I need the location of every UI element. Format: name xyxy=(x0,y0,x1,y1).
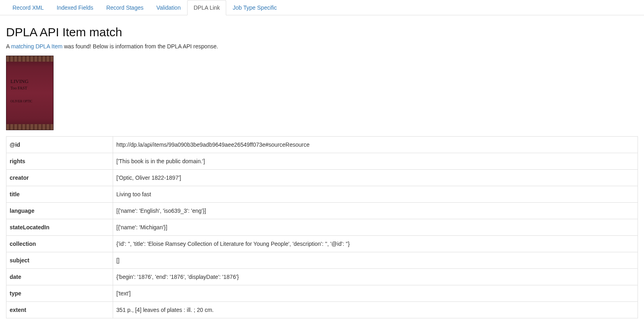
table-row: type['text'] xyxy=(6,285,638,302)
table-row: collection{'id': '', 'title': 'Eloise Ra… xyxy=(6,236,638,252)
record-key: rights xyxy=(6,153,113,170)
tab-content: DPLA API Item match A matching DPLA Item… xyxy=(0,15,644,322)
tab-indexed-fields[interactable]: Indexed Fields xyxy=(50,0,100,15)
record-key: extent xyxy=(6,302,113,318)
record-key: language xyxy=(6,203,113,219)
record-key: collection xyxy=(6,236,113,252)
tab-dpla-link[interactable]: DPLA Link xyxy=(187,0,226,15)
table-row: titleLiving too fast xyxy=(6,186,638,203)
record-value: {'begin': '1876', 'end': '1876', 'displa… xyxy=(113,269,638,285)
record-value: ['This book is in the public domain.'] xyxy=(113,153,638,170)
cover-bottom-border xyxy=(6,124,53,130)
record-key: creator xyxy=(6,170,113,186)
record-key: subject xyxy=(6,252,113,269)
record-value: Living too fast xyxy=(113,186,638,203)
record-value: ['text'] xyxy=(113,285,638,302)
record-value: http://dp.la/api/items/99a090b3be9adb964… xyxy=(113,137,638,153)
page-title: DPLA API Item match xyxy=(6,25,638,39)
matching-item-link[interactable]: matching DPLA Item xyxy=(11,43,62,50)
table-row: subject[] xyxy=(6,252,638,269)
tab-record-xml[interactable]: Record XML xyxy=(6,0,50,15)
tab-job-type-specific[interactable]: Job Type Specific xyxy=(226,0,283,15)
record-key: @id xyxy=(6,137,113,153)
record-key: date xyxy=(6,269,113,285)
record-value: ['Optic, Oliver 1822-1897'] xyxy=(113,170,638,186)
record-value: [] xyxy=(113,252,638,269)
table-row: date{'begin': '1876', 'end': '1876', 'di… xyxy=(6,269,638,285)
item-thumbnail: LIVING Too FAST OLIVER OPTIC xyxy=(6,56,54,130)
record-table: @idhttp://dp.la/api/items/99a090b3be9adb… xyxy=(6,136,638,318)
tab-record-stages[interactable]: Record Stages xyxy=(100,0,150,15)
lead-suffix: was found! Below is information from the… xyxy=(62,43,218,50)
table-row: creator['Optic, Oliver 1822-1897'] xyxy=(6,170,638,186)
cover-title-line2: Too FAST xyxy=(10,86,27,90)
table-row: extent351 p., [4] leaves of plates : ill… xyxy=(6,302,638,318)
lead-text: A matching DPLA Item was found! Below is… xyxy=(6,43,638,50)
record-value: [{'name': 'English', 'iso639_3': 'eng'}] xyxy=(113,203,638,219)
cover-title-line1: LIVING xyxy=(10,78,29,84)
tab-validation[interactable]: Validation xyxy=(150,0,187,15)
table-row: @idhttp://dp.la/api/items/99a090b3be9adb… xyxy=(6,137,638,153)
table-row: stateLocatedIn[{'name': 'Michigan'}] xyxy=(6,219,638,236)
record-key: title xyxy=(6,186,113,203)
table-row: language[{'name': 'English', 'iso639_3':… xyxy=(6,203,638,219)
record-value: {'id': '', 'title': 'Eloise Ramsey Colle… xyxy=(113,236,638,252)
table-row: rights['This book is in the public domai… xyxy=(6,153,638,170)
record-key: type xyxy=(6,285,113,302)
record-value: 351 p., [4] leaves of plates : ill. ; 20… xyxy=(113,302,638,318)
lead-prefix: A xyxy=(6,43,11,50)
cover-author: OLIVER OPTIC xyxy=(10,100,49,103)
record-key: stateLocatedIn xyxy=(6,219,113,236)
nav-tabs: Record XMLIndexed FieldsRecord StagesVal… xyxy=(0,0,644,15)
cover-title: LIVING Too FAST xyxy=(10,78,49,91)
cover-top-border xyxy=(6,56,53,62)
record-value: [{'name': 'Michigan'}] xyxy=(113,219,638,236)
